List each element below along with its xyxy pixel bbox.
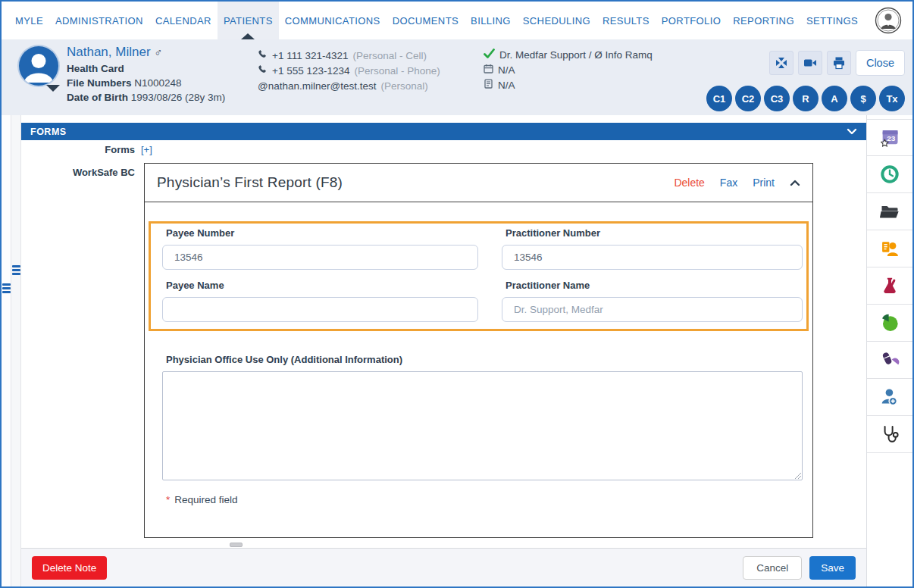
phone2-note: (Personal - Phone) xyxy=(354,65,440,77)
phone2-value: +1 555 123-1234 xyxy=(272,65,349,77)
report-panel-header: Physician’s First Report (F8) Delete Fax… xyxy=(145,164,812,202)
required-asterisk: * xyxy=(166,494,170,505)
payee-number-label: Payee Number xyxy=(162,227,478,239)
health-card-label: Health Card xyxy=(67,63,124,74)
add-form-button[interactable]: [+] xyxy=(141,144,152,155)
nav-item-reporting[interactable]: REPORTING xyxy=(727,2,800,39)
patient-name[interactable]: Nathan, Milner xyxy=(67,45,151,59)
nav-item-settings[interactable]: SETTINGS xyxy=(800,2,864,39)
save-button[interactable]: Save xyxy=(809,556,856,580)
sidebar-medications-pills-icon[interactable] xyxy=(867,342,912,379)
practitioner-name-label: Practitioner Name xyxy=(502,280,803,291)
user-avatar-icon[interactable] xyxy=(875,7,902,34)
physician-first-report-panel: Physician’s First Report (F8) Delete Fax… xyxy=(144,163,813,538)
quick-button-c1[interactable]: C1 xyxy=(706,86,732,111)
payee-name-input[interactable] xyxy=(162,297,478,322)
report-title: Physician’s First Report (F8) xyxy=(157,174,343,191)
nav-item-results[interactable]: RESULTS xyxy=(596,2,656,39)
main-nav: MYLE ADMINISTRATION CALENDAR PATIENTS CO… xyxy=(2,2,912,39)
sidebar-documents-folder-icon[interactable] xyxy=(867,193,912,230)
patient-care-info: Dr. Medfar Support / Ø Info Ramq N/A N/A xyxy=(484,47,653,92)
payee-number-input[interactable] xyxy=(162,245,478,270)
close-button[interactable]: Close xyxy=(856,50,905,76)
app-window: MYLE ADMINISTRATION CALENDAR PATIENTS CO… xyxy=(0,0,914,588)
quick-button-dollar[interactable]: $ xyxy=(850,86,876,111)
forms-section-title: FORMS xyxy=(30,127,67,137)
chart-sections-sidebar: 23 xyxy=(866,115,912,586)
fax-form-link[interactable]: Fax xyxy=(720,177,737,189)
tasks-value: N/A xyxy=(498,80,515,91)
phone1-note: (Personal - Cell) xyxy=(352,50,427,61)
phone-icon xyxy=(258,64,268,77)
office-use-label: Physician Office Use Only (Additional In… xyxy=(166,354,402,365)
nav-item-myle[interactable]: MYLE xyxy=(9,2,49,39)
office-use-textarea[interactable] xyxy=(162,371,803,480)
sidebar-patient-summary-icon[interactable] xyxy=(867,230,912,267)
sidebar-timeline-clock-icon[interactable] xyxy=(867,156,912,193)
delete-note-button[interactable]: Delete Note xyxy=(32,556,107,580)
nav-item-communications[interactable]: COMMUNICATIONS xyxy=(279,2,387,39)
calendar-icon xyxy=(484,64,493,76)
note-footer-bar: Delete Note Cancel Save xyxy=(21,548,866,586)
printer-icon xyxy=(832,56,846,70)
quick-button-tx[interactable]: Tx xyxy=(879,86,905,111)
quick-button-c3[interactable]: C3 xyxy=(764,86,790,111)
video-call-button[interactable] xyxy=(798,51,822,75)
patient-expand-caret-icon[interactable] xyxy=(46,85,60,92)
forms-row-label: Forms xyxy=(21,144,135,155)
panel-drag-handle-icon[interactable] xyxy=(12,265,20,275)
print-chart-button[interactable] xyxy=(827,51,851,75)
payee-name-field: Payee Name xyxy=(162,280,478,322)
provider-value: Dr. Medfar Support / Ø Info Ramq xyxy=(499,49,653,61)
file-numbers-label: File Numbers xyxy=(67,77,132,89)
practitioner-number-input[interactable] xyxy=(502,245,803,270)
nav-item-portfolio[interactable]: PORTFOLIO xyxy=(656,2,727,39)
sidebar-add-referral-person-icon[interactable] xyxy=(867,379,912,416)
compress-view-button[interactable] xyxy=(769,51,793,75)
worksafe-bc-label: WorkSafe BC xyxy=(21,167,135,178)
video-camera-icon xyxy=(803,56,817,70)
svg-text:23: 23 xyxy=(887,134,896,142)
phone-icon xyxy=(258,49,268,61)
nav-item-documents[interactable]: DOCUMENTS xyxy=(387,2,465,39)
collapse-form-chevron-icon[interactable] xyxy=(790,180,800,186)
nav-item-calendar[interactable]: CALENDAR xyxy=(149,2,218,39)
email-value: @nathan.milner@test.test xyxy=(258,80,376,92)
sidebar-clinical-stethoscope-icon[interactable] xyxy=(867,416,912,453)
sidebar-statistics-pie-icon[interactable] xyxy=(867,305,912,342)
practitioner-name-input[interactable] xyxy=(502,297,803,322)
sidebar-appointments-calendar-icon[interactable]: 23 xyxy=(867,119,912,156)
practitioner-name-field: Practitioner Name xyxy=(502,280,803,322)
patient-identity: Nathan, Milner♂ Health Card File Numbers… xyxy=(67,45,225,103)
practitioner-number-label: Practitioner Number xyxy=(502,227,803,239)
horizontal-scrollbar-thumb[interactable] xyxy=(230,543,243,547)
forms-section-header[interactable]: FORMS xyxy=(21,123,866,140)
delete-form-link[interactable]: Delete xyxy=(674,177,704,189)
quick-action-buttons: C1 C2 C3 R A $ Tx xyxy=(706,86,905,111)
required-field-note: *Required field xyxy=(166,494,238,505)
quick-button-c2[interactable]: C2 xyxy=(735,86,761,111)
nav-item-scheduling[interactable]: SCHEDULING xyxy=(517,2,596,39)
collapsed-left-panel-inner xyxy=(11,115,21,586)
panel-drag-handle-icon[interactable] xyxy=(2,283,11,293)
cancel-button[interactable]: Cancel xyxy=(743,556,802,580)
memo-icon xyxy=(484,79,493,91)
check-icon xyxy=(484,48,495,61)
patient-avatar[interactable] xyxy=(19,46,58,86)
gender-male-icon: ♂ xyxy=(155,46,163,58)
email-note: (Personal) xyxy=(380,80,427,92)
quick-button-a[interactable]: A xyxy=(822,86,847,111)
phone1-value: +1 111 321-4321 xyxy=(272,50,348,61)
nav-item-billing[interactable]: BILLING xyxy=(465,2,517,39)
next-appointment-value: N/A xyxy=(498,64,515,76)
collapse-section-chevron-icon[interactable] xyxy=(847,128,857,135)
print-form-link[interactable]: Print xyxy=(753,177,775,189)
dob-value: 1993/08/26 (28y 3m) xyxy=(131,92,226,103)
quick-button-r[interactable]: R xyxy=(793,86,819,111)
sidebar-lab-results-flask-icon[interactable] xyxy=(867,267,912,305)
collapsed-left-panel-outer xyxy=(2,115,11,586)
dob-label: Date of Birth xyxy=(67,92,128,103)
nav-item-administration[interactable]: ADMINISTRATION xyxy=(49,2,149,39)
patient-header-actions: Close xyxy=(769,50,905,76)
nav-item-patients[interactable]: PATIENTS xyxy=(218,2,279,39)
